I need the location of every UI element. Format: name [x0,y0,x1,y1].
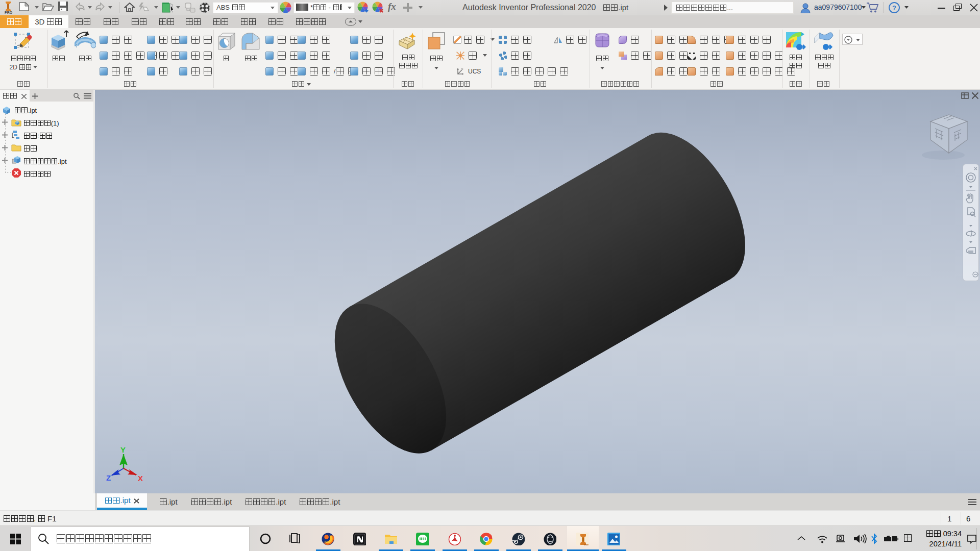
svg-text:PRO: PRO [584,543,589,545]
svg-text:Y: Y [120,445,126,454]
svg-text:X: X [138,474,143,483]
svg-text:PRO: PRO [5,11,13,14]
svg-text:Z: Z [106,473,111,482]
svg-text:?: ? [892,4,896,12]
